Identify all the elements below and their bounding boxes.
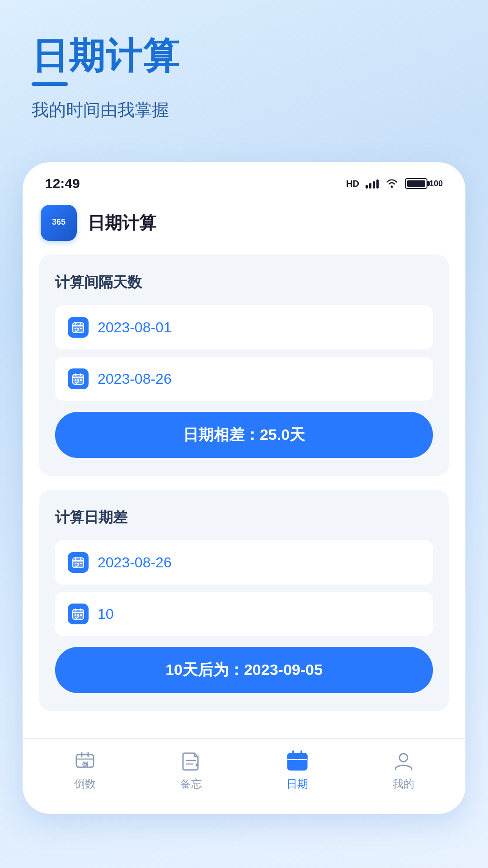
date-value-1: 2023-08-01: [98, 319, 172, 336]
svg-point-0: [390, 186, 393, 188]
svg-rect-23: [77, 563, 79, 564]
svg-rect-6: [75, 328, 76, 329]
svg-point-46: [399, 754, 408, 762]
svg-rect-24: [80, 563, 82, 564]
nav-item-memo[interactable]: 备忘: [138, 750, 244, 791]
svg-rect-14: [75, 379, 76, 381]
page-subtitle: 我的时间由我掌握: [32, 99, 456, 122]
calendar-icon-4: [68, 604, 89, 624]
card1-title: 计算间隔天数: [55, 273, 433, 292]
svg-rect-5: [80, 322, 81, 325]
card2-title: 计算日期差: [55, 508, 433, 528]
page-title: 日期计算: [32, 36, 456, 76]
date-input-1[interactable]: 2023-08-01: [55, 305, 433, 349]
app-header-title: 日期计算: [88, 212, 156, 235]
status-bar: 12:49 HD 100: [23, 162, 465, 196]
status-time: 12:49: [45, 176, 80, 191]
days-input[interactable]: 10: [55, 592, 433, 636]
calendar-icon-2: [68, 368, 89, 389]
countdown-icon: 倒: [72, 750, 98, 772]
status-icons: HD 100: [346, 178, 443, 189]
days-value: 10: [98, 606, 114, 623]
calendar-icon-3: [68, 552, 89, 573]
svg-rect-30: [75, 614, 76, 616]
svg-rect-12: [75, 373, 76, 376]
calendar-icon-1: [68, 317, 89, 338]
date-value-2: 2023-08-26: [98, 371, 172, 387]
svg-rect-32: [80, 614, 82, 616]
nav-item-mine[interactable]: 我的: [350, 750, 456, 791]
svg-rect-42: [287, 756, 307, 760]
card-date-diff: 计算日期差: [39, 490, 449, 711]
signal-icon: [366, 179, 379, 189]
wifi-icon: [385, 178, 399, 189]
nav-label-countdown: 倒数: [74, 777, 96, 791]
mine-icon: [391, 750, 416, 772]
bottom-nav: 倒 倒数 备忘: [23, 738, 465, 800]
svg-rect-22: [75, 563, 76, 564]
svg-rect-11: [73, 377, 84, 378]
date-input-2[interactable]: 2023-08-26: [55, 357, 433, 401]
memo-icon: [178, 750, 204, 772]
svg-rect-27: [73, 612, 84, 613]
svg-rect-8: [80, 328, 82, 329]
app-icon-365: 365: [52, 217, 66, 227]
svg-rect-3: [73, 325, 84, 326]
title-underline: [32, 82, 68, 86]
content-area: 计算间隔天数: [23, 255, 465, 711]
svg-rect-13: [80, 373, 81, 376]
svg-rect-21: [80, 557, 81, 560]
svg-rect-4: [75, 322, 76, 325]
result-text-1: 日期相差：25.0天: [73, 425, 415, 445]
page-header: 日期计算 我的时间由我掌握: [0, 0, 488, 140]
result-btn-1[interactable]: 日期相差：25.0天: [55, 412, 433, 458]
svg-rect-7: [77, 328, 79, 329]
date-icon: [285, 750, 310, 772]
svg-rect-28: [75, 609, 76, 611]
svg-rect-15: [77, 379, 79, 381]
page-wrapper: 日期计算 我的时间由我掌握 12:49 HD: [0, 0, 488, 814]
result-text-2: 10天后为：2023-09-05: [73, 660, 415, 680]
nav-label-memo: 备忘: [180, 777, 202, 791]
app-icon: 365: [41, 205, 77, 241]
nav-item-countdown[interactable]: 倒 倒数: [32, 750, 138, 791]
battery-label: 100: [429, 179, 443, 189]
card-interval: 计算间隔天数: [39, 255, 449, 476]
app-header: 365 日期计算: [23, 196, 465, 255]
svg-text:倒: 倒: [81, 761, 88, 768]
svg-rect-20: [75, 557, 76, 560]
svg-rect-19: [73, 560, 84, 561]
svg-rect-29: [80, 609, 81, 611]
phone-frame: 12:49 HD 100: [23, 162, 465, 814]
date-value-3: 2023-08-26: [98, 554, 172, 571]
nav-label-mine: 我的: [393, 777, 414, 791]
hd-icon: HD: [346, 179, 359, 189]
nav-label-date: 日期: [286, 777, 308, 791]
nav-item-date[interactable]: 日期: [244, 750, 350, 791]
battery-icon: [405, 178, 427, 189]
result-btn-2[interactable]: 10天后为：2023-09-05: [55, 647, 433, 693]
date-input-3[interactable]: 2023-08-26: [55, 540, 433, 585]
svg-rect-31: [77, 614, 79, 616]
svg-rect-16: [80, 379, 82, 381]
